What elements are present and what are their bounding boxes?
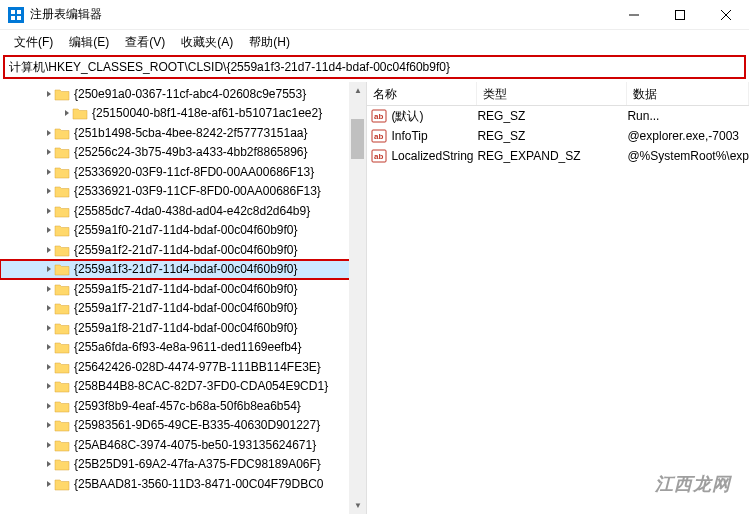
menu-file[interactable]: 文件(F) bbox=[6, 32, 61, 53]
content-area: {250e91a0-0367-11cf-abc4-02608c9e7553}{2… bbox=[0, 82, 749, 514]
tree-item-label: {25256c24-3b75-49b3-a433-4bb2f8865896} bbox=[74, 145, 308, 159]
tree-item[interactable]: {2559a1f0-21d7-11d4-bdaf-00c04f60b9f0} bbox=[0, 221, 366, 241]
column-data[interactable]: 数据 bbox=[627, 82, 749, 105]
tree-item[interactable]: {25B25D91-69A2-47fa-A375-FDC98189A06F} bbox=[0, 455, 366, 475]
tree-item-label: {25336921-03F9-11CF-8FD0-00AA00686F13} bbox=[74, 184, 321, 198]
tree-pane[interactable]: {250e91a0-0367-11cf-abc4-02608c9e7553}{2… bbox=[0, 82, 367, 514]
menu-help[interactable]: 帮助(H) bbox=[241, 32, 298, 53]
expand-icon[interactable] bbox=[44, 128, 54, 138]
tree-item[interactable]: {25150040-b8f1-418e-af61-b51071ac1ee2} bbox=[0, 104, 366, 124]
expand-icon[interactable] bbox=[44, 89, 54, 99]
value-name: LocalizedString bbox=[391, 149, 477, 163]
folder-icon bbox=[54, 477, 70, 491]
folder-icon bbox=[54, 126, 70, 140]
tree-item-label: {2559a1f8-21d7-11d4-bdaf-00c04f60b9f0} bbox=[74, 321, 298, 335]
value-data: Run... bbox=[627, 109, 749, 123]
expand-icon[interactable] bbox=[44, 362, 54, 372]
scroll-down-arrow[interactable]: ▼ bbox=[349, 497, 366, 514]
list-row[interactable]: LocalizedStringREG_EXPAND_SZ@%SystemRoot… bbox=[367, 146, 749, 166]
svg-rect-5 bbox=[676, 10, 685, 19]
expand-icon[interactable] bbox=[44, 225, 54, 235]
menu-edit[interactable]: 编辑(E) bbox=[61, 32, 117, 53]
tree-item-label: {250e91a0-0367-11cf-abc4-02608c9e7553} bbox=[74, 87, 306, 101]
list-header: 名称 类型 数据 bbox=[367, 82, 749, 106]
expand-icon[interactable] bbox=[44, 459, 54, 469]
minimize-button[interactable] bbox=[611, 0, 657, 29]
tree-item-label: {2559a1f3-21d7-11d4-bdaf-00c04f60b9f0} bbox=[74, 262, 298, 276]
folder-icon bbox=[54, 145, 70, 159]
tree-scrollbar[interactable]: ▲ ▼ bbox=[349, 82, 366, 514]
tree-item-label: {25983561-9D65-49CE-B335-40630D901227} bbox=[74, 418, 320, 432]
expand-icon[interactable] bbox=[44, 167, 54, 177]
tree-item[interactable]: {2559a1f5-21d7-11d4-bdaf-00c04f60b9f0} bbox=[0, 279, 366, 299]
tree-item[interactable]: {255a6fda-6f93-4e8a-9611-ded1169eefb4} bbox=[0, 338, 366, 358]
expand-icon[interactable] bbox=[44, 147, 54, 157]
expand-icon[interactable] bbox=[44, 264, 54, 274]
value-name: InfoTip bbox=[391, 129, 477, 143]
folder-icon bbox=[54, 418, 70, 432]
tree-item[interactable]: {2559a1f8-21d7-11d4-bdaf-00c04f60b9f0} bbox=[0, 318, 366, 338]
menu-favorites[interactable]: 收藏夹(A) bbox=[173, 32, 241, 53]
tree-item[interactable]: {25642426-028D-4474-977B-111BB114FE3E} bbox=[0, 357, 366, 377]
tree-item[interactable]: {258B44B8-8CAC-82D7-3FD0-CDA054E9CD1} bbox=[0, 377, 366, 397]
window-controls bbox=[611, 0, 749, 29]
tree-item-label: {25336920-03F9-11cf-8FD0-00AA00686F13} bbox=[74, 165, 314, 179]
tree-item[interactable]: {2559a1f3-21d7-11d4-bdaf-00c04f60b9f0} bbox=[0, 260, 366, 280]
value-name: (默认) bbox=[391, 108, 477, 125]
expand-icon[interactable] bbox=[44, 206, 54, 216]
tree-item[interactable]: {251b1498-5cba-4bee-8242-2f57773151aa} bbox=[0, 123, 366, 143]
menubar: 文件(F) 编辑(E) 查看(V) 收藏夹(A) 帮助(H) bbox=[0, 30, 749, 54]
value-data: @explorer.exe,-7003 bbox=[627, 129, 749, 143]
tree-item[interactable]: {2559a1f7-21d7-11d4-bdaf-00c04f60b9f0} bbox=[0, 299, 366, 319]
value-data: @%SystemRoot%\exp bbox=[627, 149, 749, 163]
expand-icon[interactable] bbox=[44, 381, 54, 391]
list-row[interactable]: (默认)REG_SZRun... bbox=[367, 106, 749, 126]
menu-view[interactable]: 查看(V) bbox=[117, 32, 173, 53]
expand-icon[interactable] bbox=[62, 108, 72, 118]
tree-item-label: {25B25D91-69A2-47fa-A375-FDC98189A06F} bbox=[74, 457, 321, 471]
app-icon bbox=[8, 7, 24, 23]
tree-item-label: {251b1498-5cba-4bee-8242-2f57773151aa} bbox=[74, 126, 308, 140]
maximize-button[interactable] bbox=[657, 0, 703, 29]
folder-icon bbox=[54, 301, 70, 315]
list-pane[interactable]: 名称 类型 数据 (默认)REG_SZRun...InfoTipREG_SZ@e… bbox=[367, 82, 749, 514]
expand-icon[interactable] bbox=[44, 245, 54, 255]
folder-icon bbox=[54, 360, 70, 374]
expand-icon[interactable] bbox=[44, 284, 54, 294]
tree-item[interactable]: {2593f8b9-4eaf-457c-b68a-50f6b8ea6b54} bbox=[0, 396, 366, 416]
tree-item[interactable]: {25AB468C-3974-4075-be50-193135624671} bbox=[0, 435, 366, 455]
tree-item[interactable]: {25585dc7-4da0-438d-ad04-e42c8d2d64b9} bbox=[0, 201, 366, 221]
close-button[interactable] bbox=[703, 0, 749, 29]
tree-item[interactable]: {25336921-03F9-11CF-8FD0-00AA00686F13} bbox=[0, 182, 366, 202]
expand-icon[interactable] bbox=[44, 303, 54, 313]
svg-rect-0 bbox=[11, 10, 15, 14]
scroll-track[interactable] bbox=[349, 99, 366, 497]
tree-item-label: {25150040-b8f1-418e-af61-b51071ac1ee2} bbox=[92, 106, 322, 120]
folder-icon bbox=[54, 165, 70, 179]
list-row[interactable]: InfoTipREG_SZ@explorer.exe,-7003 bbox=[367, 126, 749, 146]
column-type[interactable]: 类型 bbox=[477, 82, 627, 105]
expand-icon[interactable] bbox=[44, 323, 54, 333]
scroll-up-arrow[interactable]: ▲ bbox=[349, 82, 366, 99]
window-title: 注册表编辑器 bbox=[30, 6, 611, 23]
tree-item[interactable]: {250e91a0-0367-11cf-abc4-02608c9e7553} bbox=[0, 84, 366, 104]
string-value-icon bbox=[371, 148, 387, 164]
tree-item-label: {25AB468C-3974-4075-be50-193135624671} bbox=[74, 438, 316, 452]
tree-item[interactable]: {25336920-03F9-11cf-8FD0-00AA00686F13} bbox=[0, 162, 366, 182]
tree-item[interactable]: {2559a1f2-21d7-11d4-bdaf-00c04f60b9f0} bbox=[0, 240, 366, 260]
tree-item[interactable]: {25983561-9D65-49CE-B335-40630D901227} bbox=[0, 416, 366, 436]
expand-icon[interactable] bbox=[44, 420, 54, 430]
expand-icon[interactable] bbox=[44, 479, 54, 489]
value-type: REG_SZ bbox=[477, 129, 627, 143]
expand-icon[interactable] bbox=[44, 186, 54, 196]
expand-icon[interactable] bbox=[44, 440, 54, 450]
tree-item[interactable]: {25256c24-3b75-49b3-a433-4bb2f8865896} bbox=[0, 143, 366, 163]
column-name[interactable]: 名称 bbox=[367, 82, 477, 105]
address-bar[interactable]: 计算机\HKEY_CLASSES_ROOT\CLSID\{2559a1f3-21… bbox=[3, 55, 746, 79]
expand-icon[interactable] bbox=[44, 401, 54, 411]
folder-icon bbox=[54, 379, 70, 393]
expand-icon[interactable] bbox=[44, 342, 54, 352]
tree-item[interactable]: {25BAAD81-3560-11D3-8471-00C04F79DBC0 bbox=[0, 474, 366, 494]
folder-icon bbox=[72, 106, 88, 120]
scroll-thumb[interactable] bbox=[351, 119, 364, 159]
